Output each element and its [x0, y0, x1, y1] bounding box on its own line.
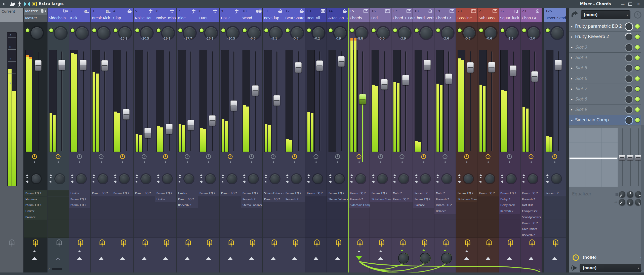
slot-enable-led[interactable] [635, 35, 640, 39]
eq-band1-fader-handle[interactable] [619, 155, 625, 160]
track-clock-icon[interactable] [552, 154, 557, 159]
fx-slot-empty[interactable] [48, 220, 69, 226]
channel-updown-icon[interactable] [415, 174, 418, 179]
fx-slot-empty[interactable] [370, 214, 391, 220]
fx-slot[interactable]: Param. EQ 2 [434, 202, 456, 208]
channel-updown-icon[interactable] [49, 174, 52, 179]
audio-input-select[interactable]: (none) ▸ [581, 10, 630, 19]
fx-slot-empty[interactable] [263, 220, 284, 226]
fx-slot-empty[interactable] [134, 226, 155, 232]
fx-slot[interactable]: Sidechain Comp [348, 202, 370, 208]
fx-slot-empty[interactable] [220, 214, 241, 220]
fx-slot-empty[interactable] [327, 220, 348, 226]
track-name[interactable]: Rever..Send [544, 15, 566, 22]
fx-slot-empty[interactable] [198, 226, 219, 232]
dock-lamp-icon[interactable] [77, 239, 84, 248]
fx-slot-empty[interactable] [284, 202, 305, 208]
fx-slot[interactable]: Param. EQ 2 [24, 190, 47, 196]
fx-slot[interactable]: Param. EQ 2 [155, 190, 176, 196]
fx-slot-empty[interactable] [327, 226, 348, 232]
channel-updown-icon[interactable] [522, 174, 525, 179]
dock-top-chevron[interactable] [357, 250, 361, 252]
dock-lamp-icon[interactable] [357, 239, 363, 248]
fx-slot[interactable]: Param. EQ 2 [305, 190, 327, 196]
dock-bottom-arrow[interactable] [141, 257, 147, 260]
fx-slot-empty[interactable] [544, 196, 566, 202]
stereo-separation-knob[interactable] [141, 174, 150, 183]
fx-slot-empty[interactable] [263, 226, 284, 232]
mute-led[interactable] [221, 28, 225, 32]
fx-slot-empty[interactable] [391, 232, 413, 238]
fx-slot-empty[interactable] [370, 226, 391, 232]
fx-slot-empty[interactable] [391, 214, 413, 220]
channel-updown-icon[interactable] [372, 174, 375, 179]
effect-slot-5[interactable]: ▸Slot 5 [569, 63, 641, 73]
fx-slot[interactable]: Limiter [24, 208, 47, 214]
dock-bottom-arrow[interactable] [270, 257, 276, 260]
fx-slot[interactable]: Reeverb 2 [284, 196, 305, 202]
track-clock-icon[interactable] [163, 154, 168, 159]
fx-slot-empty[interactable] [198, 202, 219, 208]
fx-slot-empty[interactable] [391, 208, 413, 214]
eq-mini-knob[interactable] [627, 191, 633, 198]
scroll-left-caret[interactable]: ‹ [48, 267, 50, 271]
fx-slot-empty[interactable] [155, 226, 176, 232]
fx-slot[interactable]: Param. EQ 2 [112, 190, 133, 196]
stereo-separation-knob[interactable] [485, 174, 494, 183]
fx-slot-empty[interactable] [220, 220, 241, 226]
stereo-separation-knob[interactable] [399, 174, 408, 183]
fx-slot[interactable]: Param. EQ 2 [391, 196, 413, 202]
stereo-separation-knob[interactable] [464, 174, 473, 183]
track-clock-icon[interactable] [120, 154, 125, 159]
stereo-separation-knob[interactable] [55, 174, 64, 183]
fx-slot-empty[interactable] [456, 208, 477, 214]
fx-slot[interactable]: Sidechain Comp [370, 196, 391, 202]
effect-slot-3[interactable]: ▸Slot 3 [569, 42, 641, 53]
dock-bottom-arrow[interactable] [507, 257, 512, 260]
send-chevron[interactable] [443, 249, 447, 251]
volume-fader-handle[interactable] [338, 56, 345, 67]
mute-led[interactable] [243, 28, 247, 32]
mute-led[interactable] [114, 28, 117, 32]
fx-slot-empty[interactable] [69, 220, 90, 226]
dock-bottom-arrow[interactable] [32, 257, 37, 260]
fx-slot-empty[interactable] [284, 232, 305, 238]
fx-slot-empty[interactable] [477, 196, 499, 202]
fx-slot-empty[interactable] [91, 226, 112, 232]
track-name[interactable]: Kick [69, 15, 90, 22]
volume-fader-handle[interactable] [230, 100, 237, 111]
slot-expand-caret[interactable]: ▸ [571, 56, 573, 59]
scroll-right-caret[interactable]: › [538, 267, 540, 271]
mute-led[interactable] [479, 28, 483, 32]
slot-expand-caret[interactable]: ▸ [571, 97, 573, 101]
dock-lamp-icon[interactable] [249, 239, 256, 248]
track-name[interactable]: Wood [241, 15, 262, 22]
fx-slot-empty[interactable] [499, 220, 520, 226]
track-name[interactable]: Chord..verb [413, 15, 434, 22]
track-name[interactable]: Chord + Pad [391, 15, 413, 22]
volume-fader-handle[interactable] [381, 79, 388, 90]
bowtie-icon[interactable] [24, 1, 30, 7]
fx-slot-empty[interactable] [91, 208, 112, 214]
fx-slot[interactable]: Param. EQ 2 [520, 220, 542, 226]
fx-slot[interactable]: Reeverb 2 [520, 196, 542, 202]
slot-enable-led[interactable] [635, 87, 640, 91]
fx-slot-empty[interactable] [348, 220, 370, 226]
fx-slot-empty[interactable] [305, 226, 327, 232]
audio-output-icon[interactable] [571, 264, 579, 273]
fx-slot-empty[interactable] [348, 214, 370, 220]
track-clock-icon[interactable] [399, 154, 405, 159]
fx-slot[interactable]: Param. EQ 2 [69, 196, 90, 202]
track-name[interactable]: Beat Snare [284, 15, 305, 22]
dock-lamp-icon[interactable] [271, 239, 277, 248]
slot-enable-led[interactable] [635, 107, 640, 112]
dock-bottom-arrow[interactable] [485, 257, 491, 260]
spinner-top-icon[interactable] [17, 1, 23, 7]
volume-fader-handle[interactable] [123, 109, 130, 120]
fx-slot[interactable]: Param. EQ 2 [499, 190, 520, 196]
fx-slot-empty[interactable] [305, 202, 327, 208]
send-origin-arrow[interactable] [356, 256, 362, 260]
fx-slot-empty[interactable] [24, 232, 47, 238]
mute-led[interactable] [329, 28, 333, 32]
track-name[interactable]: Hats [198, 15, 219, 22]
